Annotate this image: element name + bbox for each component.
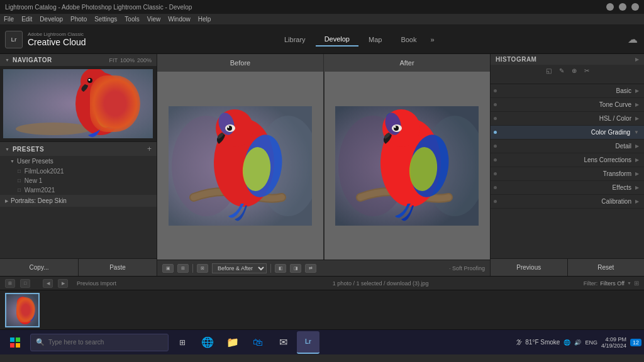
hist-crop-tool[interactable]: ✂ xyxy=(584,67,589,74)
panel-cal-arrow: ▶ xyxy=(635,199,639,204)
navigator-header[interactable]: ▼ Navigator FIT 100% 200% xyxy=(0,54,157,66)
before-after-header: Before After xyxy=(157,54,490,72)
preset-warm2021[interactable]: □ Warm2021 xyxy=(0,185,157,195)
taskbar-right: 🌫 81°F Smoke 🌐 🔊 ENG 4:09 PM 4/19/2024 1… xyxy=(516,336,641,349)
start-button[interactable] xyxy=(3,331,28,354)
fs-prev-btn[interactable]: ◀ xyxy=(43,279,53,288)
preset-icon-warm: □ xyxy=(18,187,21,193)
navigator-fit-btn[interactable]: FIT xyxy=(109,57,118,63)
taskbar-edge[interactable]: 🌐 xyxy=(196,331,219,354)
tab-book[interactable]: Book xyxy=(392,33,425,46)
menu-file[interactable]: File xyxy=(4,16,14,23)
taskbar-search[interactable]: 🔍 xyxy=(30,334,169,351)
nav-tabs: Library Develop Map Book » xyxy=(275,33,438,47)
panel-color-grading[interactable]: Color Grading ▼ xyxy=(491,126,644,140)
filmstrip-filter: Filter: Filters Off ▼ ⊞ xyxy=(584,280,639,287)
taskbar-mail[interactable]: ✉ xyxy=(272,331,294,354)
maximize-button[interactable] xyxy=(619,3,626,11)
taskbar-explorer[interactable]: 📁 xyxy=(221,331,244,354)
menu-window[interactable]: Window xyxy=(168,16,191,23)
presets-add-icon[interactable]: + xyxy=(147,145,152,153)
nav-more-icon[interactable]: » xyxy=(426,36,438,43)
close-button[interactable] xyxy=(631,3,639,11)
navigator-image xyxy=(3,69,153,138)
panel-detail-dot xyxy=(494,145,497,148)
filmstrip-content xyxy=(0,290,644,329)
hist-target-tool[interactable]: ⊕ xyxy=(572,67,577,74)
panel-lens-arrow: ▶ xyxy=(635,157,639,163)
panel-basic-label: Basic xyxy=(499,87,631,94)
paste-button[interactable]: Paste xyxy=(79,259,157,276)
presets-title: Presets xyxy=(13,146,44,153)
panel-tone-dot xyxy=(494,103,497,106)
navigator-zoom1-btn[interactable]: 100% xyxy=(120,57,135,63)
panel-tone-curve[interactable]: Tone Curve ▶ xyxy=(491,98,644,112)
panel-lens-label: Lens Corrections xyxy=(499,156,631,163)
menu-photo[interactable]: Photo xyxy=(70,16,87,23)
hist-edit-tool[interactable]: ✎ xyxy=(559,67,564,74)
preset-filmlook[interactable]: □ FilmLook2021 xyxy=(0,167,157,176)
search-input[interactable] xyxy=(48,339,163,346)
menu-tools[interactable]: Tools xyxy=(125,16,139,23)
histogram-expand[interactable]: ▶ xyxy=(635,57,639,62)
minimize-button[interactable] xyxy=(606,3,614,11)
preset-icon-new1: □ xyxy=(18,178,21,184)
presets-section: ▼ Presets + ▼ User Presets □ FilmLook202… xyxy=(0,142,157,258)
panel-transform[interactable]: Transform ▶ xyxy=(491,167,644,181)
taskbar-task-view[interactable]: ⊞ xyxy=(171,331,194,354)
tab-map[interactable]: Map xyxy=(360,33,391,46)
panel-tone-label: Tone Curve xyxy=(499,101,631,108)
notification-badge[interactable]: 12 xyxy=(630,339,641,346)
tab-library[interactable]: Library xyxy=(275,33,314,46)
after-copy-btn[interactable]: ◨ xyxy=(290,264,301,273)
filter-dropdown[interactable]: ▼ xyxy=(627,281,631,285)
reset-button[interactable]: Reset xyxy=(568,259,645,276)
user-presets-label: User Presets xyxy=(17,158,53,165)
panel-calibration[interactable]: Calibration ▶ xyxy=(491,195,644,209)
view-single-btn[interactable]: ▣ xyxy=(162,264,174,273)
filmstrip-thumb-1[interactable] xyxy=(5,293,40,327)
presets-header[interactable]: ▼ Presets + xyxy=(0,142,157,156)
panel-basic[interactable]: Basic ▶ xyxy=(491,84,644,98)
panel-hsl-label: HSL / Color xyxy=(499,115,631,122)
filter-value[interactable]: Filters Off xyxy=(600,280,625,287)
svg-point-29 xyxy=(394,126,396,128)
lang-indicator[interactable]: ENG xyxy=(585,339,597,346)
panel-detail[interactable]: Detail ▶ xyxy=(491,140,644,153)
panel-hsl[interactable]: HSL / Color ▶ xyxy=(491,112,644,126)
fs-grid-btn[interactable]: ⊞ xyxy=(5,279,15,288)
ba-select[interactable]: Before & After xyxy=(212,263,267,273)
fs-single-btn[interactable]: □ xyxy=(20,279,30,288)
portraits-group[interactable]: ▶ Portraits: Deep Skin xyxy=(0,195,157,207)
panel-effects-label: Effects xyxy=(499,184,631,191)
previous-button[interactable]: Previous xyxy=(491,259,568,276)
ba-mode-btn[interactable]: ⊠ xyxy=(197,264,208,273)
user-presets-group[interactable]: ▼ User Presets xyxy=(0,156,157,167)
taskbar-store[interactable]: 🛍 xyxy=(247,331,269,354)
cloud-icon: ☁ xyxy=(628,33,638,45)
menu-edit[interactable]: Edit xyxy=(21,16,32,23)
taskbar-sys-icons: 🌫 81°F Smoke xyxy=(516,339,560,346)
menu-develop[interactable]: Develop xyxy=(40,16,63,23)
svg-point-1 xyxy=(16,123,91,135)
hist-shadows-tool[interactable]: ◱ xyxy=(546,67,552,74)
menu-settings[interactable]: Settings xyxy=(94,16,117,23)
brand-text: Adobe Lightroom Classic Creative Cloud xyxy=(28,31,86,47)
panel-effects[interactable]: Effects ▶ xyxy=(491,181,644,195)
view-split-btn[interactable]: ⊞ xyxy=(177,264,189,273)
menu-help[interactable]: Help xyxy=(198,16,211,23)
navigator-zoom2-btn[interactable]: 200% xyxy=(137,57,152,63)
fs-next-btn[interactable]: ▶ xyxy=(58,279,68,288)
copy-button[interactable]: Copy... xyxy=(0,259,79,276)
filter-settings[interactable]: ⊞ xyxy=(634,280,639,287)
navigator-header-left: ▼ Navigator xyxy=(5,57,52,63)
before-copy-btn[interactable]: ◧ xyxy=(275,264,286,273)
menu-view[interactable]: View xyxy=(147,16,161,23)
taskbar-lr-icon[interactable]: Lr xyxy=(297,331,319,354)
center-area: Before After xyxy=(157,54,490,276)
panel-lens[interactable]: Lens Corrections ▶ xyxy=(491,153,644,167)
swap-btn[interactable]: ⇄ xyxy=(305,264,316,273)
svg-point-33 xyxy=(17,297,28,308)
tab-develop[interactable]: Develop xyxy=(316,33,358,47)
preset-new1[interactable]: □ New 1 xyxy=(0,176,157,185)
